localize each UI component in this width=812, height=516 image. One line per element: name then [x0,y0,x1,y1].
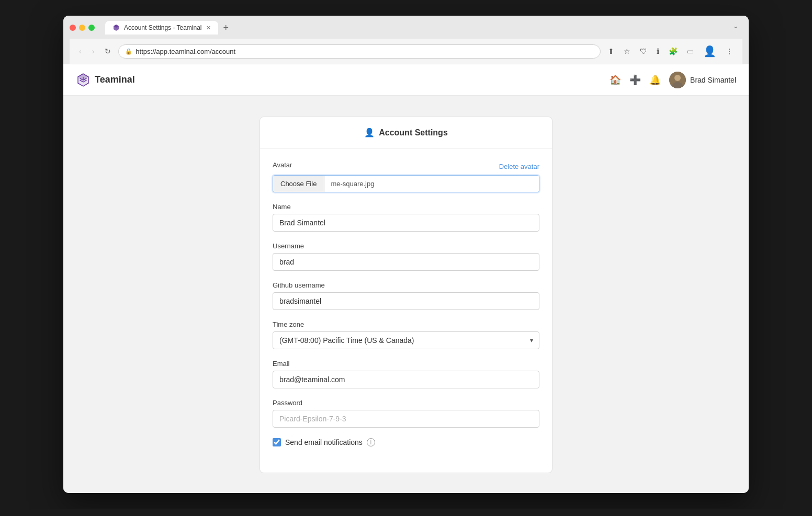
logo-icon [76,73,91,87]
reload-button[interactable]: ↻ [102,45,114,57]
username-label: Username [273,242,539,250]
name-group: Name [273,203,539,232]
avatar-label-row: Avatar Delete avatar [273,161,539,172]
browser-toolbar: ‹ › ↻ 🔒 https://app.teaminal.com/account… [70,39,742,64]
timezone-group: Time zone (GMT-12:00) International Date… [273,320,539,349]
github-group: Github username [273,281,539,310]
email-notifications-label: Send email notifications [285,438,363,446]
url-text: https://app.teaminal.com/account [136,48,594,55]
info-icon[interactable]: i [367,438,375,446]
notifications-group: Send email notifications i [273,438,539,446]
file-name-display: me-square.jpg [324,176,539,192]
app-logo: Teaminal [76,73,135,87]
timezone-label: Time zone [273,320,539,328]
content-scroll[interactable]: Teaminal 🏠 ➕ 🔔 Brad [63,64,749,493]
user-display-name: Brad Simantel [690,76,736,84]
browser-tab[interactable]: Account Settings - Teaminal ✕ [105,21,218,35]
email-notifications-checkbox[interactable] [273,438,281,446]
browser-titlebar: Account Settings - Teaminal ✕ + ⌄ ‹ › ↻ … [63,16,749,64]
notifications-button[interactable]: 🔔 [649,74,661,86]
bookmark-button[interactable]: ☆ [621,45,634,58]
close-button[interactable] [70,25,76,31]
delete-avatar-link[interactable]: Delete avatar [499,163,539,170]
browser-window: Account Settings - Teaminal ✕ + ⌄ ‹ › ↻ … [63,16,749,493]
main-content: 👤 Account Settings Avatar Delete avatar … [63,96,749,493]
header-actions: 🏠 ➕ 🔔 Brad Simantel [610,72,736,88]
page-title-icon: 👤 [364,128,375,137]
choose-file-button[interactable]: Choose File [273,176,324,192]
home-button[interactable]: 🏠 [610,74,621,86]
maximize-button[interactable] [88,25,95,31]
email-group: Email [273,360,539,388]
toolbar-actions: ⬆ ☆ 🛡 ℹ 🧩 ▭ 👤 ⋮ [605,43,736,60]
tab-title: Account Settings - Teaminal [124,24,202,31]
password-label: Password [273,399,539,407]
avatar-group: Avatar Delete avatar Choose File me-squa… [273,161,539,192]
settings-card: 👤 Account Settings Avatar Delete avatar … [260,117,552,473]
name-input[interactable] [273,214,539,232]
password-group: Password [273,399,539,428]
username-input[interactable] [273,253,539,271]
file-input-wrapper: Choose File me-square.jpg [273,175,539,192]
shield-icon[interactable]: 🛡 [637,45,650,58]
name-label: Name [273,203,539,211]
svg-point-1 [674,75,681,81]
browser-controls: Account Settings - Teaminal ✕ + ⌄ [70,21,742,35]
password-input[interactable] [273,410,539,428]
notifications-row: Send email notifications i [273,438,539,446]
lock-icon: 🔒 [125,48,132,55]
browser-content: Teaminal 🏠 ➕ 🔔 Brad [63,64,749,493]
back-button[interactable]: ‹ [76,45,85,57]
sidebar-button[interactable]: ▭ [684,45,697,58]
github-input[interactable] [273,292,539,310]
card-body: Avatar Delete avatar Choose File me-squa… [260,148,552,446]
add-button[interactable]: ➕ [629,74,641,86]
address-bar[interactable]: 🔒 https://app.teaminal.com/account [118,44,601,59]
window-controls: ⌄ [729,22,742,33]
timezone-select[interactable]: (GMT-12:00) International Date Line West… [273,331,539,349]
user-menu[interactable]: Brad Simantel [669,72,736,88]
menu-button[interactable]: ⋮ [723,45,736,58]
user-avatar [669,72,686,88]
timezone-select-wrapper: (GMT-12:00) International Date Line West… [273,331,539,349]
new-tab-button[interactable]: + [219,21,233,35]
tab-bar: Account Settings - Teaminal ✕ + [105,21,725,35]
card-header: 👤 Account Settings [260,117,552,148]
info-button[interactable]: ℹ [653,45,662,58]
page-title: Account Settings [379,128,448,137]
minimize-button[interactable] [79,25,85,31]
share-button[interactable]: ⬆ [605,45,617,58]
app-header: Teaminal 🏠 ➕ 🔔 Brad [63,64,749,96]
tab-favicon-icon [112,24,120,31]
github-label: Github username [273,281,539,289]
forward-button[interactable]: › [89,45,98,57]
traffic-lights [70,25,95,31]
email-input[interactable] [273,371,539,388]
avatar-image [669,72,686,88]
email-label: Email [273,360,539,368]
tab-close-icon[interactable]: ✕ [206,25,211,31]
avatar-label: Avatar [273,161,292,169]
username-group: Username [273,242,539,271]
extensions-button[interactable]: 🧩 [666,45,681,58]
app-logo-text: Teaminal [95,74,135,85]
profile-avatar[interactable]: 👤 [700,43,719,60]
